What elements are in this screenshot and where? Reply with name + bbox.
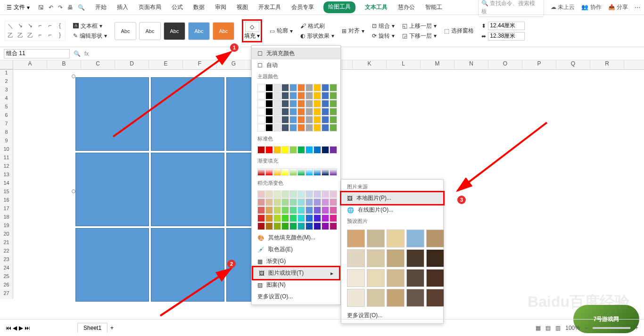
tab-review[interactable]: 审阅 [214,1,227,13]
col-header[interactable]: L [387,60,421,69]
col-header[interactable]: F [183,60,217,69]
row-header[interactable]: 18 [0,214,13,222]
tab-formula[interactable]: 公式 [171,1,184,13]
height-input[interactable]: ⬍ [481,22,525,30]
local-image-item[interactable]: 🖼 本地图片(P)... [340,191,445,205]
more-fill-item[interactable]: 🎨 其他填充颜色(M)... [252,232,340,244]
row-header[interactable]: 4 [0,95,13,104]
row-header[interactable]: 5 [0,104,13,112]
col-header[interactable]: O [488,60,522,69]
selection-handle[interactable] [72,189,75,193]
qat-print-icon[interactable]: 🖶 [67,4,73,11]
outline-button[interactable]: ▭ 轮廓 ▾ [270,27,293,35]
row-header[interactable]: 21 [0,239,13,248]
tab-vip[interactable]: 会员专享 [290,1,315,13]
row-header[interactable]: 10 [0,146,13,155]
no-fill-item[interactable]: ☐ 无填充颜色 [252,48,340,59]
editshape-button[interactable]: ✎ 编辑形状 ▾ [73,32,107,40]
align-button[interactable]: ⊞对齐▾ [342,27,364,35]
standard-color-swatches[interactable] [252,144,340,156]
zoom-in-icon[interactable]: + [635,325,638,331]
select-all-corner[interactable] [0,60,13,69]
gradient-swatches[interactable] [252,166,340,178]
fill-dropdown-button[interactable]: ◇ 填充 ▾ [242,19,262,42]
row-header[interactable]: 11 [0,155,13,163]
tab-insert[interactable]: 插入 [116,1,129,13]
col-header[interactable]: D [115,60,149,69]
row-header[interactable]: 23 [0,256,13,265]
col-header[interactable]: R [590,60,624,69]
row-header[interactable]: 2 [0,78,13,87]
rotate-button[interactable]: ⟳ 旋转 ▾ [372,32,395,40]
file-menu[interactable]: ☰ 文件 ▾ [4,2,33,12]
select-pane-button[interactable]: ⬚选择窗格 [444,27,474,35]
tab-layout[interactable]: 页面布局 [138,1,162,13]
col-header[interactable]: K [353,60,387,69]
row-header[interactable]: 13 [0,172,13,180]
group-button[interactable]: ⊡ 组合 ▾ [372,22,395,30]
cloud-status[interactable]: ☁ 未上云 [551,3,575,11]
col-header[interactable]: M [421,60,454,69]
collab-button[interactable]: 👥 协作 [581,3,601,11]
sheet-tab[interactable]: Sheet1 [77,323,107,333]
shape-styles[interactable]: Abc Abc Abc Abc Abc [115,22,234,40]
style-1[interactable]: Abc [115,22,136,40]
sheet-nav-prev-icon[interactable]: ◀ [13,325,17,331]
row-header[interactable]: 19 [0,222,13,231]
col-header[interactable]: Q [556,60,590,69]
view-break-icon[interactable]: ▥ [555,325,561,331]
qat-preview-icon[interactable]: 🔍 [78,4,85,11]
more-icon[interactable]: ⋯ [635,4,640,11]
zoom-out-icon[interactable]: − [585,325,588,331]
format-painter-button[interactable]: 🖌 格式刷 [300,22,334,30]
qat-redo-icon[interactable]: ↷ [58,4,63,11]
row-header[interactable]: 27 [0,290,13,299]
row-header[interactable]: 20 [0,231,13,239]
row-header[interactable]: 16 [0,197,13,205]
style-3[interactable]: Abc [164,22,185,40]
row-header[interactable]: 26 [0,282,13,290]
qat-undo-icon[interactable]: ↶ [49,4,53,11]
shape-gallery[interactable]: ＼↘↘⌐⌐{ 乙乙乙⌐⌐} [5,21,66,41]
row-header[interactable]: 15 [0,188,13,197]
online-image-item[interactable]: 🌐 在线图片(O)... [341,204,443,216]
row-header[interactable]: 1 [0,70,13,78]
view-normal-icon[interactable]: ▦ [536,325,541,331]
selection-handle[interactable] [72,74,75,78]
row-header[interactable]: 25 [0,273,13,282]
tab-data[interactable]: 数据 [192,1,206,13]
col-header[interactable]: A [13,60,47,69]
row-header[interactable]: 9 [0,138,13,146]
col-header[interactable]: G [217,60,251,69]
textbox-button[interactable]: 🅰 文本框 ▾ [73,22,107,30]
zoom-slider[interactable] [593,327,630,329]
share-button[interactable]: 📤 分享 [608,3,628,11]
name-box[interactable] [4,49,70,58]
row-header[interactable]: 3 [0,87,13,95]
sheet-nav-last-icon[interactable]: ⏭ [25,325,30,331]
col-header[interactable]: B [47,60,81,69]
view-page-icon[interactable]: ▤ [545,325,551,331]
col-header[interactable]: E [149,60,183,69]
tab-smart[interactable]: 智能工 [424,1,443,13]
width-input[interactable]: ⬌ [481,32,525,41]
row-header[interactable]: 6 [0,112,13,121]
tab-drawing-tools[interactable]: 绘图工具 [323,1,355,13]
eyedropper-item[interactable]: 💉 取色器(E) [252,244,340,255]
col-header[interactable]: C [81,60,115,69]
qat-save-icon[interactable]: 🖫 [38,4,44,11]
pattern-item[interactable]: ▨ 图案(N) [252,279,340,291]
col-header[interactable]: N [454,60,488,69]
texture-presets[interactable] [341,227,443,310]
add-sheet-icon[interactable]: + [110,325,114,331]
row-header[interactable]: 17 [0,205,13,214]
more-settings-item[interactable]: 更多设置(O)... [252,291,340,303]
shape-effect-button[interactable]: ◐ 形状效果 ▾ [300,32,334,40]
auto-fill-item[interactable]: ☐ 自动 [252,59,340,71]
row-header[interactable]: 24 [0,265,13,273]
daoke-swatches[interactable] [252,188,340,232]
tab-devtools[interactable]: 开发工具 [257,1,282,13]
down-layer-button[interactable]: ◲ 下移一层 ▾ [402,32,437,40]
tab-view[interactable]: 视图 [236,1,249,13]
row-header[interactable]: 12 [0,163,13,172]
